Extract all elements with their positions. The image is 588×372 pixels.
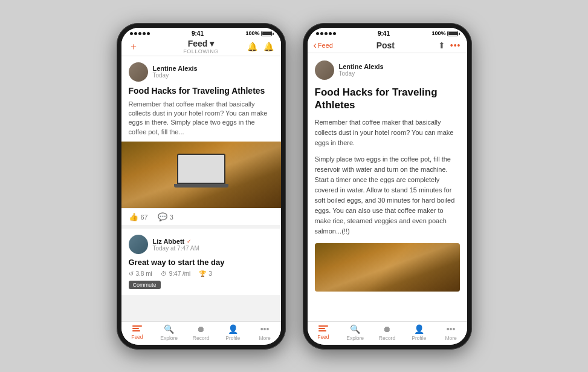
battery-area-right: 100% xyxy=(431,30,458,36)
verified-icon: ✓ xyxy=(187,238,192,244)
more-icon-left: ••• xyxy=(260,324,270,334)
detail-post-meta: Lentine Alexis Today xyxy=(339,63,460,77)
post-detail-content: Lentine Alexis Today Food Hacks for Trav… xyxy=(308,53,467,321)
detail-post-body: Remember that coffee maker that basicall… xyxy=(315,117,460,237)
post-meta-2: Liz Abbett ✓ Today at 7:47 AM xyxy=(153,238,274,252)
person-wave-icon[interactable]: 🔔 xyxy=(247,42,257,51)
bottom-nav-record-left[interactable]: ⏺ Record xyxy=(185,324,217,341)
post-date-1: Today xyxy=(153,72,274,79)
post-nav-title: Post xyxy=(333,41,438,50)
detail-post-title: Food Hacks for Traveling Athletes xyxy=(315,86,460,112)
explore-icon: 🔍 xyxy=(164,324,174,334)
post-header-1: Lentine Alexis Today xyxy=(121,56,281,85)
share-icon[interactable]: ⬆ xyxy=(438,41,445,50)
battery-pct-left: 100% xyxy=(245,30,259,36)
feed-content: Lentine Alexis Today Food Hacks for Trav… xyxy=(121,56,281,321)
nav-right-feed: 🔔 🔔 xyxy=(247,42,274,51)
chevron-left-icon: ‹ xyxy=(314,41,317,50)
avatar-lentine-detail xyxy=(315,60,334,80)
bottom-nav-profile-left[interactable]: 👤 Profile xyxy=(217,324,249,341)
detail-post-author: Lentine Alexis xyxy=(339,63,460,70)
avatar-lentine xyxy=(129,62,148,82)
post-author-1: Lentine Alexis xyxy=(153,65,274,72)
feed-phone: 9:41 100% ＋ Feed ▾ FOLLOWING � xyxy=(117,23,286,350)
post-actions-1: 👍 67 💬 3 xyxy=(121,208,281,225)
like-count: 67 xyxy=(141,214,148,221)
bottom-nav-more-left[interactable]: ••• More xyxy=(249,324,281,341)
post-title-1: Food Hacks for Traveling Athletes xyxy=(121,85,281,100)
signal-dots xyxy=(130,32,150,35)
feed-subtitle: FOLLOWING xyxy=(183,48,219,54)
post-meta-1: Lentine Alexis Today xyxy=(153,65,274,79)
detail-post-header: Lentine Alexis Today xyxy=(315,60,460,80)
profile-icon-right: 👤 xyxy=(414,324,424,334)
more-icon-right: ••• xyxy=(447,324,456,334)
battery-area-left: 100% xyxy=(245,30,272,36)
bottom-nav-right: Feed 🔍 Explore ⏺ Record 👤 Profile ••• Mo… xyxy=(308,321,467,345)
post-card-2[interactable]: Liz Abbett ✓ Today at 7:47 AM Great way … xyxy=(121,229,281,295)
commute-badge: Commute xyxy=(129,281,161,289)
feed-title: Feed ▾ xyxy=(183,39,219,48)
more-dots-icon[interactable]: ••• xyxy=(450,41,461,50)
bottom-nav-explore-left[interactable]: 🔍 Explore xyxy=(153,324,185,341)
post-author-2: Liz Abbett xyxy=(153,238,185,245)
pace-stat: ⏱ 9:47 /mi xyxy=(161,270,191,277)
bottom-nav-left: Feed 🔍 Explore ⏺ Record 👤 Profile ••• Mo… xyxy=(121,321,281,345)
nav-title-feed[interactable]: Feed ▾ FOLLOWING xyxy=(183,39,219,54)
distance-stat: ↺ 3.8 mi xyxy=(129,270,152,277)
pace-value: 9:47 /mi xyxy=(169,270,191,277)
post-nav-bar: ‹ Feed Post ⬆ ••• xyxy=(308,38,467,53)
post-date-2: Today at 7:47 AM xyxy=(153,245,274,252)
bell-icon[interactable]: 🔔 xyxy=(263,42,274,51)
add-icon[interactable]: ＋ xyxy=(129,41,138,51)
post-card-1[interactable]: Lentine Alexis Today Food Hacks for Trav… xyxy=(121,56,281,226)
avatar-liz xyxy=(129,235,148,254)
comment-action[interactable]: 💬 3 xyxy=(158,212,173,221)
record-icon-right: ⏺ xyxy=(383,324,391,334)
bottom-nav-more-right[interactable]: ••• More xyxy=(435,324,467,341)
bottom-nav-feed-left[interactable]: Feed xyxy=(121,324,153,341)
feed-nav-icon-right xyxy=(318,324,328,333)
battery-icon-right xyxy=(447,31,458,36)
explore-icon-right: 🔍 xyxy=(350,324,360,334)
post-nav-right: ⬆ ••• xyxy=(438,41,461,50)
post-header-2: Liz Abbett ✓ Today at 7:47 AM xyxy=(129,235,274,254)
battery-pct-right: 100% xyxy=(431,30,445,36)
comment-icon: 💬 xyxy=(158,212,167,221)
trophy-icon: 🏆 xyxy=(199,270,206,277)
segments-stat: 🏆 3 xyxy=(199,270,212,277)
signal-dots-right xyxy=(316,32,336,35)
post-image-1 xyxy=(121,142,281,208)
detail-body-p1: Remember that coffee maker that basicall… xyxy=(315,117,460,148)
status-time-left: 9:41 xyxy=(192,30,204,37)
thumbs-up-icon: 👍 xyxy=(129,212,138,221)
profile-icon: 👤 xyxy=(228,324,238,334)
nav-bar-feed: ＋ Feed ▾ FOLLOWING 🔔 🔔 xyxy=(121,38,281,56)
battery-icon-left xyxy=(261,31,272,36)
detail-post-image xyxy=(315,243,460,292)
detail-post-date: Today xyxy=(339,70,460,77)
record-icon: ⏺ xyxy=(196,324,205,334)
route-icon: ↺ xyxy=(129,270,134,277)
status-bar-left: 9:41 100% xyxy=(121,28,281,38)
back-label: Feed xyxy=(318,42,333,49)
phones-container: 9:41 100% ＋ Feed ▾ FOLLOWING � xyxy=(117,23,472,350)
comment-count: 3 xyxy=(170,214,173,221)
bottom-nav-profile-right[interactable]: 👤 Profile xyxy=(403,324,435,341)
status-bar-right: 9:41 100% xyxy=(308,28,467,38)
post-excerpt-1: Remember that coffee maker that basicall… xyxy=(121,100,281,142)
post-phone: 9:41 100% ‹ Feed Post ⬆ ••• xyxy=(303,23,472,350)
bottom-nav-record-right[interactable]: ⏺ Record xyxy=(371,324,403,341)
segments-value: 3 xyxy=(208,270,212,277)
detail-body-p2: Simply place two eggs in the coffee pot,… xyxy=(315,154,460,237)
activity-title: Great way to start the day xyxy=(129,258,274,267)
bottom-nav-feed-right[interactable]: Feed xyxy=(308,324,340,341)
nav-left-feed[interactable]: ＋ xyxy=(129,41,138,53)
back-button[interactable]: ‹ Feed xyxy=(314,41,333,50)
activity-stats: ↺ 3.8 mi ⏱ 9:47 /mi 🏆 3 xyxy=(129,270,274,277)
feed-nav-icon xyxy=(132,324,142,333)
bottom-nav-explore-right[interactable]: 🔍 Explore xyxy=(339,324,371,341)
pace-icon: ⏱ xyxy=(161,270,167,277)
distance-value: 3.8 mi xyxy=(136,270,152,277)
like-action[interactable]: 👍 67 xyxy=(129,212,148,221)
